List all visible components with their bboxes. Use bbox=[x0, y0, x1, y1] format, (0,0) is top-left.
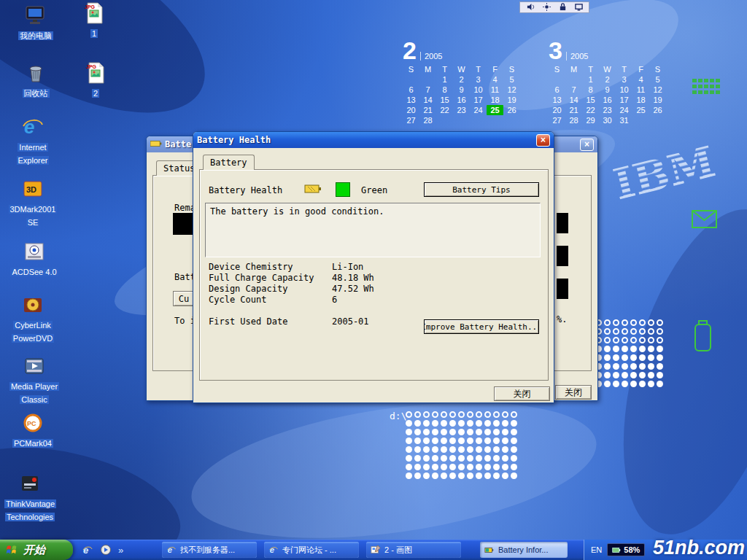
desktop-icon-3dmark2001-se[interactable]: 3D3DMark2001 SE bbox=[7, 177, 58, 228]
battery-status-color bbox=[336, 182, 350, 197]
desktop-icon-label: 回收站 bbox=[23, 89, 50, 98]
dialog-close-button-bottom[interactable]: 关闭 bbox=[494, 386, 550, 401]
condition-text: The battery is in good condition. bbox=[210, 206, 384, 217]
desktop-icon-label: Media Player Classic bbox=[9, 382, 59, 404]
battery-window-icon bbox=[150, 139, 162, 149]
desktop-icon-label: 2 bbox=[92, 89, 99, 98]
cyberlink-powerdvd-icon bbox=[20, 293, 45, 316]
desktop-icon-internet-explorer[interactable]: eInternet Explorer bbox=[7, 115, 58, 166]
field-row: Design Capacity47.52 Wh bbox=[209, 284, 537, 295]
battery-percent: 58% bbox=[624, 545, 640, 554]
taskbar-task-battery[interactable]: Battery Infor... bbox=[480, 542, 568, 558]
battery-tray-badge[interactable]: 58% bbox=[607, 543, 645, 556]
field-value: 47.52 Wh bbox=[332, 284, 374, 295]
osd-status-bar bbox=[519, 1, 589, 13]
battery-icon bbox=[484, 545, 495, 555]
desktop-icon-jpg-file-1[interactable]: JPG1 bbox=[69, 1, 120, 39]
svg-text:3D: 3D bbox=[26, 185, 36, 194]
media-player-quicklaunch-icon[interactable] bbox=[100, 544, 112, 556]
field-label: First Used Date bbox=[209, 316, 332, 327]
watermark: 51nb.com bbox=[653, 537, 745, 559]
thinkvantage-technologies-icon bbox=[18, 472, 42, 495]
field-value: 48.18 Wh bbox=[332, 273, 374, 284]
desktop-icon-acdsee[interactable]: ACDSee 4.0 bbox=[9, 240, 60, 278]
recycle-bin-icon bbox=[23, 61, 48, 85]
chevron-icon[interactable]: » bbox=[118, 545, 123, 556]
taskbar-task-ie[interactable]: e找不到服务器... bbox=[162, 542, 257, 558]
desktop-icon-label: 3DMark2001 SE bbox=[9, 205, 58, 227]
charge-gauge-fragment bbox=[173, 213, 195, 235]
lock-icon bbox=[559, 1, 567, 14]
task-label: 2 - 画图 bbox=[384, 545, 412, 556]
background-close-button[interactable]: 关闭 bbox=[555, 385, 592, 400]
3dmark2001-se-icon: 3D bbox=[20, 177, 45, 201]
desktop-icon-media-player-classic[interactable]: Media Player Classic bbox=[9, 354, 60, 405]
desktop-icon-label: ThinkVantage Technologies bbox=[4, 499, 56, 521]
close-icon: × bbox=[584, 140, 589, 149]
taskbar-task-paint[interactable]: 2 - 画图 bbox=[366, 542, 461, 558]
display-icon bbox=[575, 1, 583, 14]
taskbar: 开始 e » e找不到服务器...e专门网论坛 - ...2 - 画图Batte… bbox=[0, 540, 747, 560]
jpg-file-1-icon: JPG bbox=[82, 1, 107, 25]
gauge-block bbox=[557, 246, 568, 266]
start-button[interactable]: 开始 bbox=[0, 540, 73, 560]
desktop-icon-label: ACDSee 4.0 bbox=[10, 268, 58, 276]
battery-tips-button[interactable]: Battery Tips bbox=[424, 182, 539, 197]
desktop-icon-jpg-file-2[interactable]: JPG2 bbox=[70, 61, 121, 99]
gauge-block bbox=[557, 213, 568, 233]
field-row: Device ChemistryLi-Ion bbox=[209, 262, 537, 273]
dialog-title: Battery Health bbox=[197, 135, 536, 145]
background-window-close-button[interactable]: × bbox=[580, 139, 594, 151]
desktop-icon-my-computer[interactable]: 我的电脑 bbox=[10, 4, 61, 42]
condition-textbox: The battery is in good condition. bbox=[205, 203, 541, 257]
battery-status-text: Green bbox=[361, 185, 387, 195]
percent-text-fragment: %. bbox=[557, 314, 567, 324]
desktop-icon-recycle-bin[interactable]: 回收站 bbox=[10, 61, 61, 99]
ie-quicklaunch-icon[interactable]: e bbox=[82, 544, 93, 556]
desktop-icon-pcmark04[interactable]: PCPCMark04 bbox=[7, 411, 58, 449]
svg-text:e: e bbox=[24, 116, 34, 138]
task-label: 找不到服务器... bbox=[180, 545, 235, 556]
taskbar-task-ie[interactable]: e专门网论坛 - ... bbox=[264, 542, 359, 558]
desktop-icon-thinkvantage-technologies[interactable]: ThinkVantage Technologies bbox=[4, 472, 55, 523]
field-value: Li-Ion bbox=[332, 262, 363, 273]
svg-text:e: e bbox=[270, 545, 274, 554]
brightness-icon bbox=[543, 1, 551, 14]
desktop-icon-label: CyberLink PowerDVD bbox=[12, 321, 54, 343]
my-computer-icon bbox=[23, 4, 48, 27]
improve-battery-health-button[interactable]: Improve Battery Health... bbox=[424, 319, 539, 334]
taskbar-tasks: e找不到服务器...e专门网论坛 - ...2 - 画图Battery Info… bbox=[162, 542, 568, 558]
windows-flag-icon bbox=[6, 543, 19, 556]
ie-icon: e bbox=[268, 545, 279, 555]
desktop-icon-label: PCMark04 bbox=[12, 439, 53, 448]
desktop-icon-label: 我的电脑 bbox=[18, 31, 53, 40]
desktop-icon-label: 1 bbox=[90, 29, 98, 38]
language-indicator[interactable]: EN bbox=[591, 545, 602, 554]
close-icon: × bbox=[541, 136, 546, 144]
svg-text:JPG: JPG bbox=[85, 4, 96, 9]
dialog-titlebar[interactable]: Battery Health × bbox=[193, 132, 554, 148]
dialog-close-button[interactable]: × bbox=[536, 134, 550, 147]
paint-icon bbox=[371, 545, 381, 555]
tab-battery[interactable]: Battery bbox=[203, 155, 255, 170]
field-row: Cycle Count6 bbox=[209, 295, 537, 306]
field-label: Full Charge Capacity bbox=[209, 273, 332, 284]
field-label: Design Capacity bbox=[209, 284, 332, 295]
field-value: 2005-01 bbox=[332, 316, 369, 327]
speaker-icon bbox=[527, 1, 535, 14]
pcmark04-icon: PC bbox=[20, 411, 45, 435]
quick-launch: e » bbox=[82, 540, 123, 560]
svg-text:JPG: JPG bbox=[86, 64, 97, 69]
tray-battery-icon bbox=[612, 547, 621, 553]
acdsee-icon bbox=[22, 240, 47, 263]
media-player-classic-icon bbox=[22, 354, 47, 378]
desktop-icon-cyberlink-powerdvd[interactable]: CyberLink PowerDVD bbox=[7, 293, 58, 344]
start-label: 开始 bbox=[23, 543, 45, 557]
small-battery-icon bbox=[304, 184, 322, 197]
field-row: Full Charge Capacity48.18 Wh bbox=[209, 273, 537, 284]
desktop-icon-label: Internet Explorer bbox=[17, 143, 50, 165]
desktop: 2 2005 SMTWTFS12345678910111213141516171… bbox=[0, 0, 747, 560]
customize-button-fragment[interactable]: Cu bbox=[173, 291, 195, 306]
battery-fields: Device ChemistryLi-IonFull Charge Capaci… bbox=[209, 262, 537, 327]
field-label: Device Chemistry bbox=[209, 262, 332, 273]
